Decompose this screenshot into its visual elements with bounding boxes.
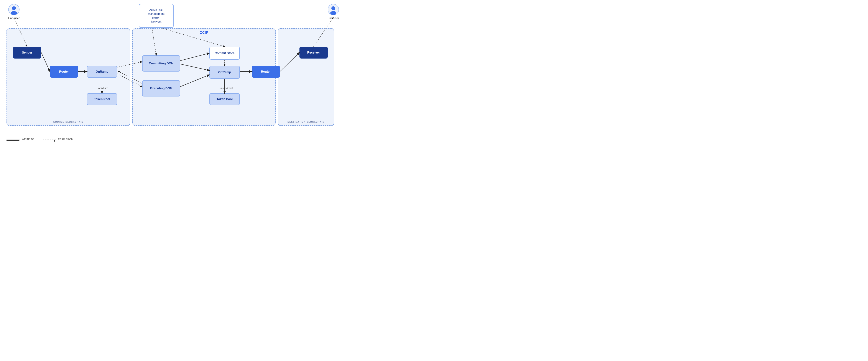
legend-read-from: READ FROM [43,138,73,140]
token-pool-right-node: Token Pool [209,93,240,105]
unlock-mint-label: unlock/mint [220,87,233,90]
lock-burn-label: lock/burn [98,87,108,90]
right-user: End-user [328,4,339,20]
source-blockchain-label: SOURCE BLOCKCHAIN [53,121,83,123]
sender-node: Sender [13,46,41,59]
router-left-node: Router [50,66,78,77]
onramp-node: OnRamp [87,66,117,77]
destination-blockchain-label: DESTINATION BLOCKCHAIN [287,121,324,123]
write-to-label: WRITE TO [22,138,34,140]
committing-don-node: Committing DON [142,55,180,71]
commit-store-node: Commit Store [209,46,240,60]
svg-point-2 [11,11,17,15]
svg-marker-26 [54,140,56,142]
ccip-label: CCIP [199,31,208,35]
write-to-line [6,139,20,139]
token-pool-left-node: Token Pool [87,93,117,105]
svg-marker-24 [18,140,20,141]
left-user-icon [8,4,20,15]
read-from-line [43,139,56,139]
left-user-label: End-user [8,17,20,20]
svg-point-4 [331,6,335,10]
left-user: End-user [8,4,20,20]
right-user-label: End-user [328,17,339,20]
router-right-node: Router [252,66,280,77]
legend: WRITE TO READ FROM [6,138,73,140]
arm-label: Active Risk Management (ARM) Network [148,8,164,24]
svg-point-5 [330,11,336,15]
executing-don-node: Executing DON [142,80,180,97]
legend-write-to: WRITE TO [6,138,34,140]
right-user-icon [328,4,339,15]
read-from-label: READ FROM [58,138,73,140]
destination-blockchain-box: DESTINATION BLOCKCHAIN [278,28,334,126]
arm-box: Active Risk Management (ARM) Network [139,4,174,28]
svg-point-1 [12,6,16,10]
offramp-node: OffRamp [209,66,240,79]
receiver-node: Receiver [300,46,328,59]
diagram-container: End-user End-user Active Risk Management… [0,0,347,144]
